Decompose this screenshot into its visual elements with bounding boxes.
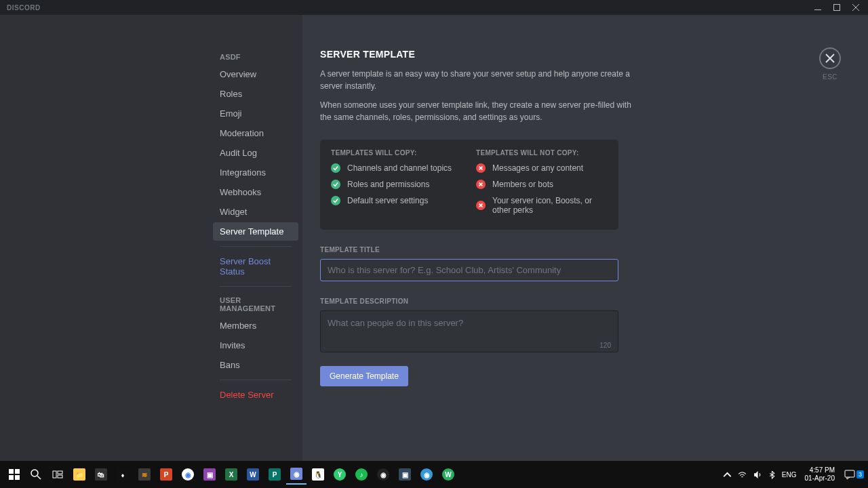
tray-notif-count: 3	[856, 470, 864, 479]
tray-bluetooth-icon[interactable]	[767, 469, 778, 480]
will-copy-text: Roles and permissions	[347, 180, 429, 189]
sidebar-divider	[220, 246, 292, 247]
description-char-count: 120	[599, 342, 611, 349]
tray-chevron-up-icon[interactable]	[722, 469, 733, 480]
tray-volume-icon[interactable]	[752, 469, 763, 480]
sidebar-item-bans[interactable]: Bans	[213, 356, 298, 374]
check-icon	[331, 163, 340, 173]
close-settings-button[interactable]	[819, 47, 841, 69]
svg-point-6	[31, 470, 38, 476]
tray-notifications-icon[interactable]	[843, 468, 856, 481]
will-copy-text: Channels and channel topics	[347, 163, 452, 173]
taskbar-app-icon[interactable]: ▣	[395, 464, 415, 485]
sidebar-item-emoji[interactable]: Emoji	[213, 104, 298, 123]
taskbar-chrome-icon[interactable]: ◉	[178, 464, 198, 485]
sidebar-divider	[220, 286, 292, 287]
sidebar-item-moderation[interactable]: Moderation	[213, 124, 298, 142]
esc-label: ESC	[823, 73, 837, 81]
x-icon	[476, 201, 486, 210]
sidebar-item-roles[interactable]: Roles	[213, 85, 298, 103]
start-button[interactable]	[4, 464, 24, 485]
wont-copy-item: Messages or any content	[476, 163, 608, 173]
page-title: SERVER TEMPLATE	[320, 49, 632, 60]
taskbar-powerpoint-icon[interactable]: P	[156, 464, 176, 485]
template-description-label: TEMPLATE DESCRIPTION	[320, 298, 841, 305]
check-icon	[331, 196, 340, 205]
sidebar-item-webhooks[interactable]: Webhooks	[213, 183, 298, 201]
sidebar-item-overview[interactable]: Overview	[213, 65, 298, 83]
tray-date: 01-Apr-20	[805, 474, 835, 483]
search-button[interactable]	[26, 464, 46, 485]
sidebar-item-invites[interactable]: Invites	[213, 336, 298, 354]
x-icon	[476, 180, 486, 189]
will-copy-item: Channels and channel topics	[331, 163, 462, 173]
taskbar-word-icon[interactable]: W	[243, 464, 263, 485]
wont-copy-text: Members or bots	[492, 180, 553, 189]
wont-copy-item: Your server icon, Boosts, or other perks	[476, 196, 608, 215]
wont-copy-text: Your server icon, Boosts, or other perks	[492, 196, 608, 215]
template-title-label: TEMPLATE TITLE	[320, 246, 841, 253]
page-description-1: A server template is an easy way to shar…	[320, 68, 632, 92]
taskbar-publisher-icon[interactable]: P	[264, 464, 285, 485]
wont-copy-item: Members or bots	[476, 180, 608, 189]
titlebar: DISCORD	[0, 0, 868, 15]
will-copy-item: Roles and permissions	[331, 180, 462, 189]
window-minimize-button[interactable]	[808, 0, 827, 15]
svg-rect-2	[9, 469, 14, 474]
taskbar-discord-icon[interactable]: ◉	[286, 464, 307, 485]
svg-line-7	[37, 476, 41, 479]
sidebar-item-server-template[interactable]: Server Template	[213, 222, 298, 241]
sidebar-divider	[220, 380, 292, 380]
taskbar-dropbox-icon[interactable]: ⬧	[113, 464, 133, 485]
settings-sidebar: ASDF Overview Roles Emoji Moderation Aud…	[209, 15, 302, 461]
svg-rect-0	[814, 9, 821, 10]
will-copy-header: TEMPLATES WILL COPY:	[331, 149, 462, 157]
task-view-button[interactable]	[47, 464, 68, 485]
taskbar-spotify-icon[interactable]: ♪	[351, 464, 372, 485]
generate-template-button[interactable]: Generate Template	[320, 366, 408, 386]
tray-datetime[interactable]: 4:57 PM 01-Apr-20	[801, 466, 839, 483]
taskbar-file-explorer-icon[interactable]: 📁	[69, 464, 90, 485]
page-description-2: When someone uses your server template l…	[320, 99, 632, 123]
svg-rect-4	[9, 475, 14, 480]
sidebar-item-audit-log[interactable]: Audit Log	[213, 144, 298, 162]
close-icon	[825, 54, 835, 63]
taskbar-excel-icon[interactable]: X	[221, 464, 241, 485]
x-icon	[476, 163, 486, 173]
sidebar-item-delete-server[interactable]: Delete Server	[213, 386, 298, 404]
taskbar-store-icon[interactable]: 🛍	[91, 464, 111, 485]
app-name: DISCORD	[3, 4, 41, 12]
taskbar-app-icon[interactable]: W	[438, 464, 458, 485]
sidebar-item-widget[interactable]: Widget	[213, 203, 298, 221]
template-copy-info-box: TEMPLATES WILL COPY: Channels and channe…	[320, 140, 618, 230]
tray-language-label[interactable]: ENG	[782, 471, 797, 479]
windows-taskbar: 📁 🛍 ⬧ ≋ P ◉ ▣ X W P ◉ 🐧 Y ♪ ◉ ▣ ◉ W ENG …	[0, 461, 868, 488]
sidebar-user-mgmt-header: USER MANAGEMENT	[213, 292, 298, 317]
sidebar-item-members[interactable]: Members	[213, 317, 298, 335]
template-title-input[interactable]	[320, 259, 618, 281]
window-close-button[interactable]	[846, 0, 865, 15]
sidebar-item-boost-status[interactable]: Server Boost Status	[213, 252, 298, 281]
taskbar-obs-icon[interactable]: ◉	[373, 464, 393, 485]
window-maximize-button[interactable]	[827, 0, 846, 15]
sidebar-item-integrations[interactable]: Integrations	[213, 163, 298, 182]
left-gutter	[0, 15, 209, 461]
taskbar-sublime-icon[interactable]: ≋	[134, 464, 155, 485]
template-description-textarea[interactable]	[321, 311, 618, 349]
svg-rect-10	[58, 475, 62, 478]
taskbar-app-icon[interactable]: 🐧	[308, 464, 328, 485]
svg-rect-1	[834, 5, 840, 11]
svg-rect-5	[15, 475, 20, 480]
wont-copy-text: Messages or any content	[492, 163, 583, 173]
taskbar-app-icon[interactable]: ▣	[199, 464, 220, 485]
will-copy-item: Default server settings	[331, 196, 462, 205]
taskbar-app-icon[interactable]: ◉	[416, 464, 437, 485]
svg-rect-11	[845, 470, 854, 477]
sidebar-server-name: ASDF	[213, 49, 298, 65]
taskbar-app-icon[interactable]: Y	[330, 464, 350, 485]
wont-copy-header: TEMPLATES WILL NOT COPY:	[476, 149, 608, 157]
content-area: SERVER TEMPLATE A server template is an …	[302, 15, 868, 461]
tray-time: 4:57 PM	[805, 466, 835, 474]
will-copy-text: Default server settings	[347, 196, 428, 205]
tray-wifi-icon[interactable]	[737, 469, 748, 480]
